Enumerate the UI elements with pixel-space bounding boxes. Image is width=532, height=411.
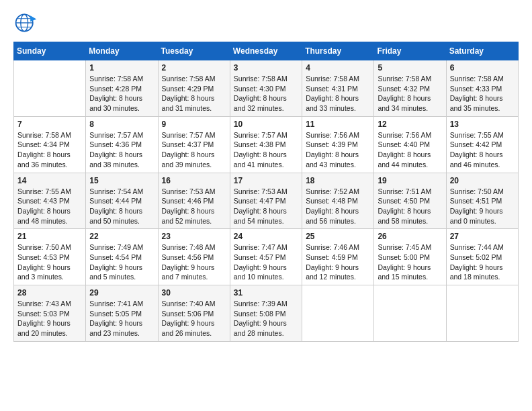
- calendar-cell: [302, 285, 374, 342]
- calendar-cell: 23Sunrise: 7:48 AMSunset: 4:56 PMDayligh…: [158, 229, 230, 285]
- daylight-hours: Daylight: 8 hours: [162, 150, 215, 158]
- sunset-text: Sunset: 4:36 PM: [89, 140, 142, 148]
- calendar-cell: 5Sunrise: 7:58 AMSunset: 4:32 PMDaylight…: [374, 60, 446, 117]
- calendar-cell: 24Sunrise: 7:47 AMSunset: 4:57 PMDayligh…: [230, 229, 302, 285]
- day-number: 30: [162, 288, 226, 298]
- sunrise-text: Sunrise: 7:52 AM: [306, 187, 359, 195]
- cell-info: Sunrise: 7:39 AMSunset: 5:08 PMDaylight:…: [234, 299, 298, 338]
- day-number: 25: [306, 232, 370, 241]
- daylight-minutes: and 38 minutes.: [89, 161, 140, 169]
- day-number: 11: [306, 120, 370, 129]
- cell-info: Sunrise: 7:44 AMSunset: 5:02 PMDaylight:…: [450, 242, 515, 282]
- day-number: 3: [234, 63, 298, 73]
- daylight-hours: Daylight: 8 hours: [162, 207, 215, 215]
- sunrise-text: Sunrise: 7:53 AM: [162, 187, 216, 195]
- calendar-cell: 22Sunrise: 7:49 AMSunset: 4:54 PMDayligh…: [86, 229, 158, 285]
- sunset-text: Sunset: 4:44 PM: [89, 197, 142, 205]
- cell-info: Sunrise: 7:58 AMSunset: 4:32 PMDaylight:…: [378, 74, 442, 113]
- cell-info: Sunrise: 7:41 AMSunset: 5:05 PMDaylight:…: [89, 299, 154, 338]
- sunrise-text: Sunrise: 7:55 AM: [17, 187, 71, 195]
- cell-info: Sunrise: 7:56 AMSunset: 4:40 PMDaylight:…: [378, 130, 442, 170]
- calendar-cell: 27Sunrise: 7:44 AMSunset: 5:02 PMDayligh…: [446, 229, 518, 285]
- sunrise-text: Sunrise: 7:49 AM: [89, 243, 143, 251]
- sunset-text: Sunset: 4:46 PM: [162, 197, 214, 205]
- sunrise-text: Sunrise: 7:41 AM: [89, 300, 143, 308]
- sunset-text: Sunset: 4:47 PM: [234, 197, 286, 205]
- sunset-text: Sunset: 5:05 PM: [89, 310, 142, 318]
- sunrise-text: Sunrise: 7:39 AM: [234, 300, 287, 308]
- daylight-hours: Daylight: 8 hours: [450, 150, 503, 158]
- sunrise-text: Sunrise: 7:58 AM: [306, 75, 359, 83]
- sunset-text: Sunset: 4:59 PM: [306, 253, 358, 261]
- calendar-cell: 12Sunrise: 7:56 AMSunset: 4:40 PMDayligh…: [374, 116, 446, 173]
- calendar-cell: [446, 285, 518, 342]
- sunset-text: Sunset: 4:56 PM: [162, 253, 214, 261]
- daylight-hours: Daylight: 8 hours: [306, 94, 359, 102]
- daylight-minutes: and 31 minutes.: [162, 104, 212, 112]
- day-number: 19: [378, 176, 442, 185]
- day-number: 31: [234, 288, 298, 298]
- sunrise-text: Sunrise: 7:58 AM: [17, 131, 71, 139]
- day-number: 22: [89, 232, 154, 241]
- sunset-text: Sunset: 4:38 PM: [234, 140, 286, 148]
- calendar-cell: 31Sunrise: 7:39 AMSunset: 5:08 PMDayligh…: [230, 285, 302, 342]
- sunrise-text: Sunrise: 7:57 AM: [89, 131, 143, 139]
- sunset-text: Sunset: 4:48 PM: [306, 197, 358, 205]
- day-number: 14: [17, 176, 82, 185]
- calendar-cell: 8Sunrise: 7:57 AMSunset: 4:36 PMDaylight…: [86, 116, 158, 173]
- day-number: 1: [89, 63, 154, 73]
- sunset-text: Sunset: 4:53 PM: [17, 253, 70, 261]
- sunrise-text: Sunrise: 7:50 AM: [450, 187, 504, 195]
- daylight-hours: Daylight: 8 hours: [17, 207, 71, 215]
- sunset-text: Sunset: 5:03 PM: [17, 310, 70, 318]
- day-number: 2: [162, 63, 226, 73]
- page-header: [13, 11, 519, 35]
- sunset-text: Sunset: 5:02 PM: [450, 253, 502, 261]
- daylight-minutes: and 15 minutes.: [378, 273, 428, 281]
- cell-info: Sunrise: 7:58 AMSunset: 4:33 PMDaylight:…: [450, 74, 515, 113]
- sunset-text: Sunset: 5:00 PM: [378, 253, 430, 261]
- daylight-hours: Daylight: 9 hours: [234, 263, 287, 271]
- daylight-minutes: and 44 minutes.: [378, 161, 428, 169]
- calendar-cell: 6Sunrise: 7:58 AMSunset: 4:33 PMDaylight…: [446, 60, 518, 117]
- calendar-cell: 4Sunrise: 7:58 AMSunset: 4:31 PMDaylight…: [302, 60, 374, 117]
- cell-info: Sunrise: 7:57 AMSunset: 4:38 PMDaylight:…: [234, 130, 298, 170]
- sunrise-text: Sunrise: 7:58 AM: [89, 75, 143, 83]
- calendar-week-row: 7Sunrise: 7:58 AMSunset: 4:34 PMDaylight…: [14, 116, 519, 173]
- sunrise-text: Sunrise: 7:48 AM: [162, 243, 216, 251]
- sunset-text: Sunset: 4:34 PM: [17, 140, 70, 148]
- day-number: 24: [234, 232, 298, 241]
- cell-info: Sunrise: 7:57 AMSunset: 4:37 PMDaylight:…: [162, 130, 226, 170]
- sunrise-text: Sunrise: 7:58 AM: [450, 75, 504, 83]
- calendar-table: SundayMondayTuesdayWednesdayThursdayFrid…: [13, 42, 519, 342]
- daylight-minutes: and 0 minutes.: [450, 217, 496, 225]
- day-number: 29: [89, 288, 154, 298]
- sunset-text: Sunset: 4:40 PM: [378, 140, 430, 148]
- cell-info: Sunrise: 7:47 AMSunset: 4:57 PMDaylight:…: [234, 242, 298, 282]
- daylight-hours: Daylight: 9 hours: [162, 319, 215, 327]
- daylight-hours: Daylight: 8 hours: [89, 150, 142, 158]
- daylight-hours: Daylight: 9 hours: [89, 319, 142, 327]
- day-number: 16: [162, 176, 226, 185]
- day-number: 26: [378, 232, 442, 241]
- calendar-cell: 19Sunrise: 7:51 AMSunset: 4:50 PMDayligh…: [374, 173, 446, 229]
- cell-info: Sunrise: 7:58 AMSunset: 4:28 PMDaylight:…: [89, 74, 154, 113]
- calendar-cell: 2Sunrise: 7:58 AMSunset: 4:29 PMDaylight…: [158, 60, 230, 117]
- day-number: 27: [450, 232, 515, 241]
- sunset-text: Sunset: 4:29 PM: [162, 85, 214, 93]
- calendar-cell: 20Sunrise: 7:50 AMSunset: 4:51 PMDayligh…: [446, 173, 518, 229]
- calendar-cell: 13Sunrise: 7:55 AMSunset: 4:42 PMDayligh…: [446, 116, 518, 173]
- calendar-week-row: 21Sunrise: 7:50 AMSunset: 4:53 PMDayligh…: [14, 229, 519, 285]
- daylight-minutes: and 52 minutes.: [162, 217, 212, 225]
- calendar-cell: 26Sunrise: 7:45 AMSunset: 5:00 PMDayligh…: [374, 229, 446, 285]
- day-number: 18: [306, 176, 370, 185]
- daylight-hours: Daylight: 8 hours: [450, 94, 503, 102]
- daylight-hours: Daylight: 9 hours: [162, 263, 215, 271]
- daylight-minutes: and 34 minutes.: [378, 104, 428, 112]
- calendar-week-row: 28Sunrise: 7:43 AMSunset: 5:03 PMDayligh…: [14, 285, 519, 342]
- sunset-text: Sunset: 4:42 PM: [450, 140, 502, 148]
- day-number: 13: [450, 120, 515, 129]
- day-number: 15: [89, 176, 154, 185]
- sunrise-text: Sunrise: 7:51 AM: [378, 187, 431, 195]
- sunset-text: Sunset: 4:51 PM: [450, 197, 502, 205]
